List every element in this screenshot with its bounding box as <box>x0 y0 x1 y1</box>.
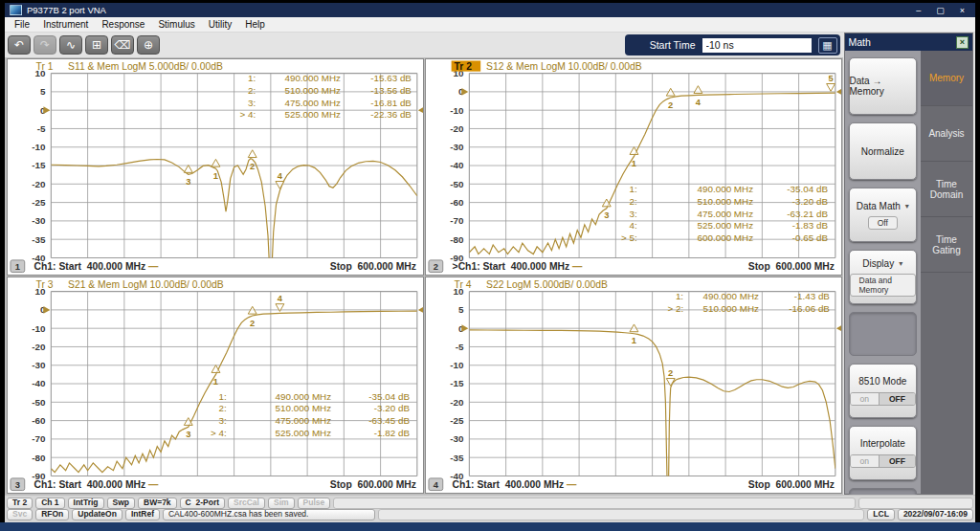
marker-4[interactable]: 4 <box>694 86 702 107</box>
trace-header-name[interactable]: Tr 3 <box>36 279 54 290</box>
plot-svg-4[interactable]: 1050-5-10-15-20-25-30-35-40Tr 4S22 LogM … <box>426 277 841 493</box>
math-button-8510-mode[interactable]: 8510 ModeonOFF <box>849 364 917 418</box>
window-number: 4 <box>434 480 439 490</box>
menu-response[interactable]: Response <box>95 19 151 30</box>
trace-header-label[interactable]: S22 LogM 5.000dB/ 0.00dB <box>486 279 608 290</box>
marker-number: 1 <box>213 377 218 387</box>
math-button-data-math[interactable]: Data Math▾Off <box>849 188 917 242</box>
status-intref[interactable]: IntRef <box>125 509 160 520</box>
status-inttrig[interactable]: IntTrig <box>68 498 104 509</box>
menu-stimulus[interactable]: Stimulus <box>151 19 201 30</box>
button-value: Data and Memory <box>850 274 916 297</box>
marker-3[interactable]: 3 <box>184 166 192 187</box>
zoom-button[interactable]: ⊕ <box>137 35 160 55</box>
minimize-button[interactable]: – <box>916 6 921 15</box>
math-panel-body: Data → MemoryNormalizeData Math▾OffDispl… <box>845 51 972 494</box>
ref-level-arrow-right <box>836 324 841 332</box>
toggle-off-segment[interactable]: OFF <box>879 393 915 405</box>
title-bar[interactable]: P9377B 2 port VNA –▢× <box>5 3 975 17</box>
trace-header-name[interactable]: Tr 2 <box>454 61 472 72</box>
math-button-display[interactable]: Display▾Data and Memory <box>849 250 917 304</box>
status-bw-7k[interactable]: BW=7k <box>138 498 177 509</box>
status-message: CAL400-600MHZ.csa has been saved. <box>163 509 375 520</box>
plot-window-2[interactable]: 100-10-20-30-40-50-60-70-80-90Tr 2S12 & … <box>425 58 842 276</box>
trace-header-label[interactable]: S11 & Mem LogM 5.000dB/ 0.00dB <box>68 61 223 72</box>
menu-instrument[interactable]: Instrument <box>36 19 95 30</box>
marker-2[interactable]: 2 <box>666 368 675 387</box>
add-marker-button[interactable]: ∿ <box>59 35 82 55</box>
status-swp[interactable]: Swp <box>107 498 135 509</box>
keypad-button[interactable]: ▦ <box>818 37 837 54</box>
marker-table-cell: 1: <box>629 184 636 194</box>
status-rfon[interactable]: RFOn <box>35 509 69 520</box>
plot-svg-3[interactable]: 100-10-20-30-40-50-60-70-80-90Tr 3S21 & … <box>8 277 423 493</box>
status-ch-1[interactable]: Ch 1 <box>35 498 64 509</box>
add-window-button[interactable]: ⊞ <box>85 35 108 55</box>
plot-svg-2[interactable]: 100-10-20-30-40-50-60-70-80-90Tr 2S12 & … <box>426 59 841 275</box>
panel-close-button[interactable]: × <box>956 36 969 49</box>
ref-level-arrow-left <box>461 88 468 96</box>
toggle-on-segment[interactable]: on <box>851 455 879 467</box>
y-axis-label: -50 <box>450 179 464 189</box>
toggle-on-segment[interactable]: on <box>851 393 879 405</box>
marker-2[interactable]: 2 <box>248 150 256 171</box>
toggle-off-segment[interactable]: OFF <box>879 455 915 467</box>
window-number: 3 <box>15 480 20 490</box>
marker-table-cell: -0.65 dB <box>792 232 829 243</box>
plot-window-4[interactable]: 1050-5-10-15-20-25-30-35-40Tr 4S22 LogM … <box>425 277 842 494</box>
marker-5[interactable]: 5 <box>826 74 835 92</box>
marker-table-cell: -1.43 dB <box>793 291 830 301</box>
ref-level-arrow-left <box>43 106 50 114</box>
y-axis-label: -35 <box>450 453 464 463</box>
math-button-interpolate[interactable]: InterpolateonOFF <box>849 426 917 480</box>
marker-table-cell: 600.000 MHz <box>697 232 753 243</box>
taskbar-strip <box>0 522 980 531</box>
app-window: P9377B 2 port VNA –▢× FileInstrumentResp… <box>5 3 975 522</box>
tab-time-gating[interactable]: Time Gating <box>921 217 972 273</box>
plot-grid: 1050-5-10-15-20-25-30-35-40Tr 1S11 & Mem… <box>5 57 843 495</box>
redo-button[interactable]: ↷ <box>33 35 56 55</box>
y-axis-label: -20 <box>32 179 46 189</box>
plot-svg-1[interactable]: 1050-5-10-15-20-25-30-35-40Tr 1S11 & Mem… <box>8 59 423 275</box>
start-time-label: Start Time <box>650 39 696 51</box>
menu-file[interactable]: File <box>8 19 36 30</box>
marker-4[interactable]: 4 <box>276 294 284 312</box>
plot-window-3[interactable]: 100-10-20-30-40-50-60-70-80-90Tr 3S21 & … <box>7 277 424 494</box>
undo-button[interactable]: ↶ <box>8 35 31 55</box>
marker-4[interactable]: 4 <box>276 171 284 189</box>
status-empty-field <box>333 498 856 509</box>
status-c-2-port[interactable]: C 2-Port <box>180 498 225 509</box>
trace-header-name[interactable]: Tr 4 <box>454 279 471 290</box>
plot-window-1[interactable]: 1050-5-10-15-20-25-30-35-40Tr 1S11 & Mem… <box>7 58 424 276</box>
math-button-normalize[interactable]: Normalize <box>849 122 917 180</box>
menu-utility[interactable]: Utility <box>202 19 238 30</box>
chevron-down-icon: ▾ <box>899 259 902 268</box>
marker-1[interactable]: 1 <box>212 159 220 180</box>
button-label: Interpolate <box>860 438 905 449</box>
close-button[interactable]: × <box>960 6 965 15</box>
tab-memory[interactable]: Memory <box>921 51 972 106</box>
sweep-start-label: >Ch1: Start 400.000 MHz — <box>452 261 582 272</box>
status-tr-2[interactable]: Tr 2 <box>7 498 33 509</box>
tab-time-domain[interactable]: Time Domain <box>921 162 972 217</box>
marker-triangle-icon <box>826 84 835 92</box>
marker-table-cell: 525.000 MHz <box>276 428 332 438</box>
status-updateon[interactable]: UpdateOn <box>72 509 122 520</box>
delete-button[interactable]: ⌫ <box>111 35 134 55</box>
sweep-stop-label: Stop 600.000 MHz <box>748 261 835 272</box>
tab-analysis[interactable]: Analysis <box>921 106 972 162</box>
trace-header-label[interactable]: S12 & Mem LogM 10.00dB/ 0.00dB <box>486 61 642 72</box>
start-time-input[interactable] <box>702 38 812 53</box>
y-axis-label: -25 <box>32 197 46 208</box>
y-axis-label: -5 <box>455 342 463 352</box>
maximize-button[interactable]: ▢ <box>936 6 945 15</box>
undo-icon: ↶ <box>14 38 24 52</box>
y-axis-label: -35 <box>32 234 46 245</box>
trace-header-label[interactable]: S21 & Mem LogM 10.00dB/ 0.00dB <box>68 279 224 290</box>
menu-help[interactable]: Help <box>238 19 272 30</box>
sweep-start-label: Ch1: Start 400.000 MHz — <box>34 479 159 490</box>
ref-level-arrow-right <box>836 88 841 96</box>
math-button-data-memory[interactable]: Data → Memory <box>849 57 917 115</box>
marker-1[interactable]: 1 <box>630 324 638 345</box>
trace-header-name[interactable]: Tr 1 <box>36 61 54 72</box>
